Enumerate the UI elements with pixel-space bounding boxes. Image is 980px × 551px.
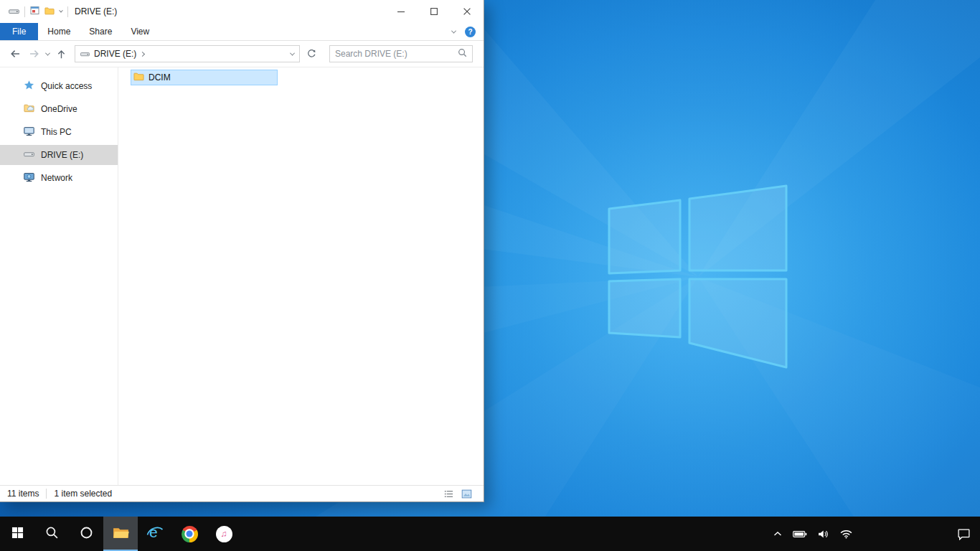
search-icon	[45, 526, 59, 542]
breadcrumb[interactable]: DRIVE (E:)	[94, 49, 136, 59]
search-icon[interactable]	[458, 47, 467, 60]
file-list[interactable]: DCIM	[118, 67, 484, 485]
onedrive-folder-icon	[24, 103, 34, 115]
file-item-dcim[interactable]: DCIM	[131, 70, 278, 85]
action-center-icon[interactable]	[954, 517, 980, 551]
sidebar-item-label: This PC	[41, 127, 72, 137]
volume-icon[interactable]	[818, 517, 829, 551]
cortana-ring-icon	[80, 526, 93, 542]
status-divider	[46, 489, 47, 499]
refresh-icon[interactable]	[303, 45, 319, 62]
system-tray	[773, 517, 980, 551]
title-bar[interactable]: DRIVE (E:)	[0, 0, 484, 23]
sidebar-item-label: Quick access	[41, 81, 92, 91]
taskbar-file-explorer-button[interactable]	[103, 517, 138, 551]
sidebar-item-label: OneDrive	[41, 104, 77, 114]
internet-explorer-button[interactable]: e	[138, 517, 172, 551]
qat-customize-chevron-icon[interactable]	[59, 9, 63, 13]
up-icon[interactable]	[53, 45, 69, 62]
new-folder-icon[interactable]	[44, 5, 55, 18]
recent-locations-chevron-icon[interactable]	[45, 50, 50, 55]
quick-access-toolbar	[0, 5, 68, 18]
qat-divider	[67, 6, 68, 17]
properties-icon[interactable]	[30, 5, 39, 18]
qat-divider	[24, 6, 25, 17]
tab-home[interactable]: Home	[38, 23, 80, 40]
ribbon-tabs: File Home Share View ?	[0, 23, 484, 41]
network-icon	[24, 172, 34, 184]
tab-file[interactable]: File	[0, 23, 38, 40]
taskbar: e ♫	[0, 517, 980, 551]
window-title: DRIVE (E:)	[75, 6, 117, 17]
internet-explorer-icon: e	[146, 523, 164, 545]
sidebar-item-this-pc[interactable]: This PC	[0, 122, 118, 142]
start-button[interactable]	[0, 517, 34, 551]
breadcrumb-chevron-icon[interactable]	[140, 51, 145, 56]
drive-icon	[24, 150, 34, 160]
cortana-button[interactable]	[69, 517, 103, 551]
sidebar-item-network[interactable]: Network	[0, 168, 118, 188]
navigation-pane: Quick access OneDrive This PC DRIVE (E:)	[0, 67, 118, 485]
help-icon[interactable]: ?	[465, 27, 476, 37]
sidebar-item-drive-e[interactable]: DRIVE (E:)	[0, 145, 118, 165]
tab-share[interactable]: Share	[80, 23, 121, 40]
chrome-button[interactable]	[172, 517, 207, 551]
music-note-glyph: ♫	[221, 529, 227, 539]
file-explorer-icon	[112, 525, 130, 543]
forward-icon[interactable]	[27, 45, 42, 62]
folder-icon	[133, 72, 144, 83]
star-icon	[24, 80, 34, 93]
status-bar: 11 items 1 item selected	[0, 485, 484, 501]
itunes-icon: ♫	[216, 526, 232, 542]
wifi-icon[interactable]	[840, 517, 852, 551]
tray-spacer	[863, 534, 943, 534]
large-icons-view-button[interactable]	[459, 487, 473, 500]
navigation-bar: DRIVE (E:)	[0, 41, 484, 67]
item-count: 11 items	[7, 489, 39, 499]
svg-text:e: e	[149, 524, 158, 540]
windows-logo-icon	[11, 527, 24, 542]
details-view-button[interactable]	[441, 487, 456, 500]
battery-icon[interactable]	[793, 517, 807, 551]
sidebar-item-onedrive[interactable]: OneDrive	[0, 99, 118, 119]
chrome-icon	[182, 526, 198, 542]
file-item-label: DCIM	[149, 72, 171, 83]
window-drive-icon	[9, 5, 19, 18]
search-box[interactable]	[329, 45, 473, 62]
minimize-button[interactable]	[385, 0, 418, 23]
sidebar-item-label: DRIVE (E:)	[41, 150, 83, 160]
tab-view[interactable]: View	[121, 23, 159, 40]
taskbar-search-button[interactable]	[34, 517, 69, 551]
selection-count: 1 item selected	[54, 489, 112, 499]
explorer-main: Quick access OneDrive This PC DRIVE (E:)	[0, 67, 484, 485]
window-controls	[385, 0, 484, 23]
back-icon[interactable]	[7, 45, 23, 62]
file-explorer-window: DRIVE (E:) File Home Share View ?	[0, 0, 484, 502]
expand-ribbon-chevron-icon[interactable]	[451, 28, 456, 33]
close-button[interactable]	[451, 0, 484, 23]
address-bar[interactable]: DRIVE (E:)	[75, 45, 300, 62]
maximize-button[interactable]	[418, 0, 451, 23]
itunes-button[interactable]: ♫	[207, 517, 241, 551]
hidden-icons-chevron-icon[interactable]	[773, 517, 782, 551]
address-drive-icon	[80, 47, 90, 60]
sidebar-item-label: Network	[41, 173, 72, 183]
search-input[interactable]	[335, 49, 458, 59]
computer-icon	[24, 126, 34, 138]
address-dropdown-chevron-icon[interactable]	[290, 50, 295, 55]
sidebar-item-quick-access[interactable]: Quick access	[0, 76, 118, 96]
